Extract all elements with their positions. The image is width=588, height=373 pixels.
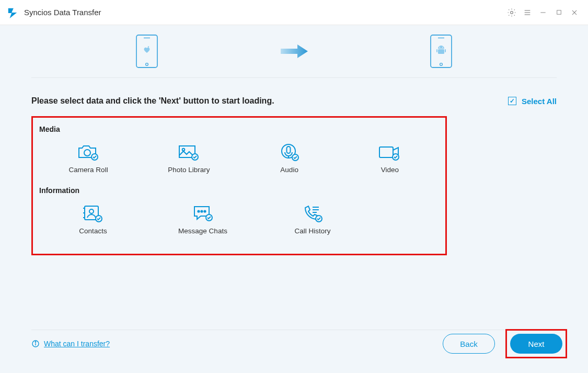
help-link-text: What can I transfer? [44, 340, 110, 348]
item-label: Audio [280, 166, 298, 174]
section-title-information: Information [39, 186, 440, 195]
item-label: Contacts [79, 227, 107, 235]
next-button-label: Next [528, 340, 545, 348]
item-label: Camera Roll [69, 166, 108, 174]
select-all-label: Select All [522, 97, 557, 106]
next-button-annotation: Next [505, 329, 567, 358]
titlebar: Syncios Data Transfer [0, 0, 588, 25]
section-title-media: Media [39, 125, 440, 133]
svg-rect-15 [438, 49, 444, 54]
item-message-chats[interactable]: Message Chats [148, 201, 258, 238]
svg-point-20 [84, 150, 90, 156]
video-icon [377, 143, 402, 162]
microphone-icon [278, 143, 301, 162]
minimize-button[interactable] [536, 5, 550, 20]
svg-point-37 [198, 210, 199, 212]
settings-button[interactable] [504, 5, 519, 20]
svg-rect-16 [436, 49, 437, 52]
instruction-text: Please select data and click the 'Next' … [31, 96, 274, 106]
item-audio[interactable]: Audio [239, 140, 340, 177]
callhistory-icon [301, 204, 324, 223]
source-device-icon [136, 35, 158, 68]
select-all-checkbox[interactable]: ✓ [508, 97, 516, 105]
item-contacts[interactable]: Contacts [38, 201, 148, 238]
device-row [31, 25, 557, 78]
back-button-label: Back [460, 340, 477, 348]
information-items-row: Contacts Message Chats [38, 201, 440, 238]
svg-point-18 [439, 47, 440, 48]
item-label: Message Chats [178, 227, 227, 235]
svg-point-38 [201, 210, 202, 212]
media-items-row: Camera Roll Photo Library [38, 140, 440, 177]
svg-point-39 [204, 210, 205, 212]
photo-icon [177, 143, 200, 162]
menu-button[interactable] [520, 5, 535, 20]
item-label: Call History [294, 227, 330, 235]
svg-point-13 [440, 63, 443, 66]
help-link[interactable]: What can I transfer? [31, 340, 110, 348]
svg-point-19 [442, 47, 443, 48]
svg-rect-29 [379, 147, 393, 157]
svg-point-11 [148, 46, 149, 47]
svg-point-47 [35, 342, 36, 342]
svg-point-9 [146, 63, 148, 66]
select-all-toggle[interactable]: ✓ Select All [508, 97, 557, 106]
item-label: Video [381, 166, 399, 174]
item-video[interactable]: Video [340, 140, 440, 177]
item-call-history[interactable]: Call History [258, 201, 367, 238]
svg-rect-26 [286, 146, 290, 153]
data-category-region: Media Camera Roll [31, 116, 447, 255]
contacts-icon [82, 204, 105, 223]
next-button[interactable]: Next [510, 334, 562, 354]
item-camera-roll[interactable]: Camera Roll [38, 140, 139, 177]
messages-icon [191, 204, 214, 223]
svg-point-0 [511, 11, 513, 14]
item-label: Photo Library [168, 166, 210, 174]
transfer-arrow-icon [280, 43, 309, 59]
back-button[interactable]: Back [443, 334, 495, 354]
svg-point-32 [89, 209, 94, 213]
svg-rect-17 [445, 49, 446, 52]
app-title: Syncios Data Transfer [24, 8, 101, 17]
instruction-row: Please select data and click the 'Next' … [31, 78, 557, 116]
maximize-button[interactable] [551, 5, 566, 20]
main-panel: Please select data and click the 'Next' … [0, 25, 588, 373]
camera-icon [77, 143, 100, 162]
footer: What can I transfer? Back Next [31, 329, 567, 358]
close-button[interactable] [567, 5, 582, 20]
app-logo [6, 6, 19, 19]
item-photo-library[interactable]: Photo Library [139, 140, 239, 177]
target-device-icon [430, 35, 452, 68]
svg-rect-5 [557, 10, 561, 15]
